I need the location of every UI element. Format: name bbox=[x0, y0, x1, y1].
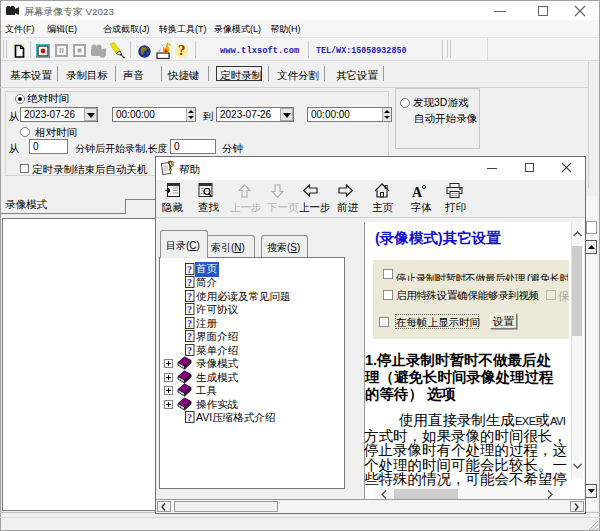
svg-text:?: ? bbox=[187, 277, 192, 288]
svg-text:?: ? bbox=[187, 264, 192, 275]
svg-text:?: ? bbox=[187, 304, 192, 315]
svg-text:?: ? bbox=[187, 412, 192, 423]
svg-text:?: ? bbox=[168, 160, 175, 174]
svg-text:?: ? bbox=[187, 331, 192, 342]
svg-text:?: ? bbox=[187, 318, 192, 329]
svg-text:?: ? bbox=[187, 291, 192, 302]
svg-text:A: A bbox=[412, 185, 423, 198]
svg-text:?: ? bbox=[187, 345, 192, 356]
